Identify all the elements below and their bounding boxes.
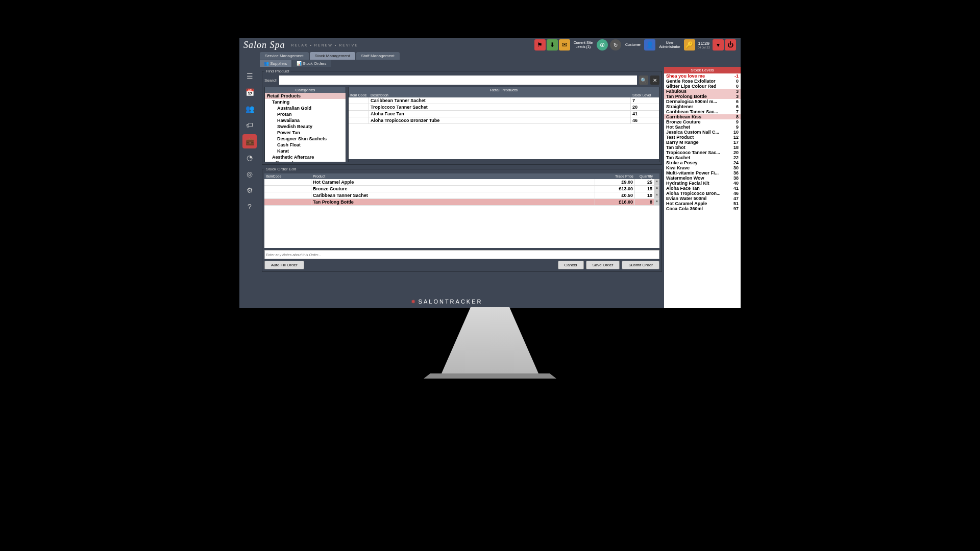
- power-icon[interactable]: ⏻: [725, 39, 736, 51]
- table-row[interactable]: Tan Prolong Bottle£16.008×: [264, 199, 659, 206]
- list-item[interactable]: Kiwi Krave30: [664, 165, 741, 170]
- table-row[interactable]: Caribbean Tanner Sachet£0.5010×: [264, 192, 659, 199]
- monitor-stand: [424, 307, 556, 379]
- wifi-icon: ⦿: [597, 39, 608, 51]
- list-item[interactable]: Dermalogica 500ml m...6: [664, 99, 741, 104]
- help-icon[interactable]: ?: [242, 199, 257, 214]
- category-item[interactable]: Cash Float: [265, 142, 346, 148]
- retail-table-body[interactable]: Caribbean Tanner Sachet7Tropiccoco Tanne…: [349, 97, 659, 159]
- calendar-icon[interactable]: 📅: [242, 85, 257, 99]
- stock-icon[interactable]: 💼: [242, 134, 257, 148]
- order-table-body[interactable]: Hot Caramel Apple£9.0025×Bronze Couture£…: [264, 179, 659, 248]
- sub-tabs: 👥 Suppliers 📊 Stock Orders: [239, 60, 741, 67]
- list-item[interactable]: Gentle Rose Exfoliator0: [664, 79, 741, 84]
- list-item[interactable]: Bronze Couture9: [664, 119, 741, 124]
- auto-fill-order-button[interactable]: Auto Fill Order: [264, 261, 304, 269]
- list-item[interactable]: Caribbean Tanner Sac...7: [664, 109, 741, 114]
- search-icon[interactable]: 🔍: [639, 76, 648, 85]
- list-item[interactable]: Tan Sachet22: [664, 155, 741, 160]
- list-item[interactable]: Hot Sachet9: [664, 124, 741, 130]
- current-site[interactable]: Current Site Leeds (1): [571, 41, 596, 49]
- customer-label: Customer: [622, 43, 644, 47]
- main-content: Find Product Search 🔍 ✕ Categories Retai…: [260, 67, 664, 308]
- retail-table-header: Item Code Description Stock Level: [349, 93, 659, 97]
- list-item[interactable]: Tan Prolong Bottle3: [664, 94, 741, 99]
- brand-logo: Salon Spa: [243, 40, 285, 51]
- category-item[interactable]: Swedish Beauty: [265, 123, 346, 130]
- clear-search-icon[interactable]: ✕: [650, 76, 659, 85]
- list-item[interactable]: Evian Water 500ml47: [664, 196, 741, 201]
- search-input[interactable]: [279, 76, 637, 85]
- dropdown-icon[interactable]: ▾: [713, 39, 724, 51]
- save-order-button[interactable]: Save Order: [586, 261, 620, 269]
- category-item[interactable]: Karat: [265, 148, 346, 154]
- table-row[interactable]: Hot Caramel Apple£9.0025×: [264, 179, 659, 186]
- list-item[interactable]: Aloha Tropiccoco Bron...46: [664, 191, 741, 196]
- list-item[interactable]: Barry M Range17: [664, 140, 741, 145]
- list-item[interactable]: Jessica Custom Nail C...10: [664, 130, 741, 135]
- reports-icon[interactable]: ◔: [242, 151, 257, 165]
- stock-levels-list[interactable]: Shea you love me-1Gentle Rose Exfoliator…: [664, 73, 741, 308]
- list-item[interactable]: Shea you love me-1: [664, 73, 741, 79]
- subtab-stock-orders[interactable]: 📊 Stock Orders: [292, 60, 331, 67]
- list-item[interactable]: Hot Caramel Apple51: [664, 201, 741, 206]
- main-tabs: Service Management Stock Management Staf…: [239, 52, 741, 60]
- category-root[interactable]: Retail Products: [265, 93, 346, 99]
- retail-products-panel: Retail Products Item Code Description St…: [348, 87, 659, 162]
- category-item[interactable]: Hawaiiana: [265, 117, 346, 123]
- list-item[interactable]: Tan Shot18: [664, 145, 741, 150]
- footer-brand: ✹ SALONTRACKER: [239, 298, 654, 305]
- categories-panel: Categories Retail Products Tanning Austr…: [264, 87, 346, 162]
- target-icon[interactable]: ◎: [242, 167, 257, 181]
- tab-service-management[interactable]: Service Management: [260, 52, 309, 60]
- list-item[interactable]: Aloha Face Tan41: [664, 186, 741, 191]
- category-item[interactable]: Gift Vouchers: [265, 160, 346, 162]
- list-item[interactable]: Test Product12: [664, 135, 741, 140]
- table-row[interactable]: Tropiccoco Tanner Sachet20: [349, 104, 659, 111]
- category-item[interactable]: Protan: [265, 111, 346, 117]
- key-icon[interactable]: 🔑: [684, 39, 695, 51]
- customer-icon[interactable]: 👤: [644, 39, 655, 51]
- header-bar: Salon Spa RELAX • RENEW • REVIVE ⚑ ⬇ ✉ C…: [239, 38, 741, 52]
- settings-icon[interactable]: ⚙: [242, 183, 257, 197]
- list-item[interactable]: Fabulous3: [664, 89, 741, 94]
- category-tanning[interactable]: Tanning: [265, 99, 346, 105]
- list-item[interactable]: Tropiccoco Tanner Sac...20: [664, 150, 741, 155]
- categories-tree[interactable]: Retail Products Tanning Australian GoldP…: [265, 93, 346, 162]
- tag-icon[interactable]: 🏷: [242, 118, 257, 132]
- alert-icon[interactable]: ⚑: [534, 39, 546, 51]
- category-item[interactable]: Power Tan: [265, 130, 346, 136]
- tab-staff-management[interactable]: Staff Management: [356, 52, 400, 60]
- list-item[interactable]: Straightener6: [664, 104, 741, 109]
- list-item[interactable]: Glitter Lips Colour Red0: [664, 84, 741, 89]
- list-item[interactable]: Hydrating Facial Kit40: [664, 181, 741, 186]
- list-item[interactable]: Multi-vitamin Power Fi...36: [664, 170, 741, 176]
- menu-icon[interactable]: ☰: [242, 69, 257, 83]
- cancel-button[interactable]: Cancel: [558, 261, 584, 269]
- search-label: Search: [264, 78, 277, 83]
- table-row[interactable]: Aloha Tropiccoco Bronzer Tube46: [349, 117, 659, 124]
- order-table-header: ItemCode Product Trade Price Quantity: [264, 173, 659, 179]
- subtab-suppliers[interactable]: 👥 Suppliers: [260, 60, 291, 67]
- table-row[interactable]: Bronze Couture£13.0015×: [264, 186, 659, 192]
- table-row[interactable]: Aloha Face Tan41: [349, 111, 659, 117]
- download-icon[interactable]: ⬇: [547, 39, 558, 51]
- message-icon[interactable]: ✉: [559, 39, 570, 51]
- star-icon: ✹: [411, 298, 415, 305]
- list-item[interactable]: Strike a Posey24: [664, 160, 741, 165]
- order-notes-input[interactable]: [264, 250, 659, 259]
- clients-icon[interactable]: 👥: [242, 102, 257, 116]
- list-item[interactable]: Carribbean Kiss8: [664, 114, 741, 119]
- table-row[interactable]: Caribbean Tanner Sachet7: [349, 97, 659, 104]
- sidebar: ☰ 📅 👥 🏷 💼 ◔ ◎ ⚙ ?: [239, 67, 260, 308]
- find-product-panel: Find Product Search 🔍 ✕ Categories Retai…: [262, 69, 662, 165]
- current-user[interactable]: User Administrator: [656, 41, 683, 49]
- category-item[interactable]: Designer Skin Sachets: [265, 136, 346, 142]
- list-item[interactable]: Coca Cola 360ml97: [664, 206, 741, 211]
- sync-icon[interactable]: ↻: [610, 39, 621, 51]
- tab-stock-management[interactable]: Stock Management: [310, 52, 355, 60]
- category-item[interactable]: Australian Gold: [265, 105, 346, 111]
- submit-order-button[interactable]: Submit Order: [622, 261, 659, 269]
- list-item[interactable]: Watermelon Wow38: [664, 176, 741, 181]
- category-item[interactable]: Aesthetic Aftercare: [265, 154, 346, 160]
